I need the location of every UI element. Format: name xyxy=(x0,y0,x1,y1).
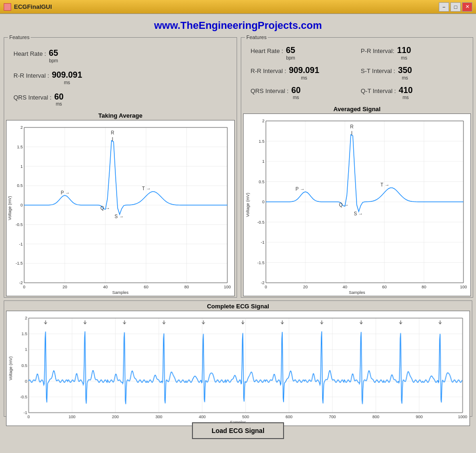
restore-button[interactable]: □ xyxy=(450,2,461,12)
right-panel: Features Heart Rate : 65 bpm P-R Interva… xyxy=(241,37,473,298)
right-qt-label: Q-T Interval : xyxy=(361,87,396,94)
right-st-row: S-T Interval : 350 ms xyxy=(361,66,463,80)
left-rr-unit: ms xyxy=(64,80,70,85)
right-pr-row: P-R Interval: 110 ms xyxy=(361,46,463,60)
right-rr-value: 909.091 xyxy=(289,66,319,75)
right-rr-unit: ms xyxy=(301,75,307,80)
title-bar: ECGFinalGUI − □ ✕ xyxy=(0,0,476,14)
minimize-button[interactable]: − xyxy=(439,2,449,12)
left-chart-title: Taking Average xyxy=(6,112,235,119)
website-title: www.TheEngineeringProjects.com xyxy=(4,18,472,34)
app-icon xyxy=(4,3,11,11)
left-qrs-value: 60 xyxy=(54,93,64,102)
right-st-value-group: 350 ms xyxy=(398,66,412,80)
right-st-value: 350 xyxy=(398,66,412,75)
right-st-label: S-T Interval : xyxy=(361,67,395,74)
right-qt-value-group: 410 ms xyxy=(399,86,413,100)
right-qrs-row: QRS Interval : 60 ms xyxy=(251,86,353,100)
right-panel-title: Features xyxy=(245,34,268,40)
right-qt-row: Q-T Interval : 410 ms xyxy=(361,86,463,100)
main-content: www.TheEngineeringProjects.com Features … xyxy=(0,14,476,453)
right-hr-value-group: 65 bpm xyxy=(286,46,295,60)
window-title: ECGFinalGUI xyxy=(14,3,52,10)
left-hr-unit: bpm xyxy=(49,58,58,63)
right-qt-value: 410 xyxy=(399,86,413,95)
right-pr-value-group: 110 ms xyxy=(397,46,411,60)
left-hr-value: 65 xyxy=(49,49,58,58)
right-hr-unit: bpm xyxy=(286,55,295,60)
left-rr-row: R-R Interval : 909.091 ms xyxy=(13,71,227,85)
right-chart-container: Averaged Signal xyxy=(243,106,471,296)
left-rr-label: R-R Interval : xyxy=(13,72,49,79)
right-pr-value: 110 xyxy=(397,46,411,55)
right-qrs-value: 60 xyxy=(291,86,301,95)
right-hr-label: Heart Rate : xyxy=(251,47,283,54)
window-controls[interactable]: − □ ✕ xyxy=(439,2,472,12)
load-ecg-button[interactable]: Load ECG Signal xyxy=(192,422,284,439)
left-chart-container: Taking Average xyxy=(6,112,235,296)
left-chart-canvas xyxy=(6,120,235,296)
left-heart-rate-row: Heart Rate : 65 bpm xyxy=(13,49,227,63)
right-hr-value: 65 xyxy=(286,46,295,55)
left-hr-label: Heart Rate : xyxy=(13,50,46,57)
right-hr-row: Heart Rate : 65 bpm xyxy=(251,46,353,60)
right-pr-unit: ms xyxy=(401,55,407,60)
load-btn-container: Load ECG Signal xyxy=(4,420,472,442)
right-rr-row: R-R Interval : 909.091 ms xyxy=(251,66,353,80)
right-chart-canvas xyxy=(243,113,471,296)
bottom-panel: Complete ECG Signal xyxy=(4,300,472,417)
right-chart-title: Averaged Signal xyxy=(243,106,471,113)
left-qrs-unit: ms xyxy=(56,101,62,107)
right-chart-wrapper xyxy=(243,113,471,296)
bottom-chart-canvas xyxy=(6,311,470,426)
right-qt-unit: ms xyxy=(403,95,409,100)
left-rr-value: 909.091 xyxy=(52,71,82,80)
left-panel-title: Features xyxy=(8,34,31,40)
right-qrs-label: QRS Interval : xyxy=(251,87,289,94)
right-features: Heart Rate : 65 bpm P-R Interval: 110 ms… xyxy=(243,40,471,104)
right-st-unit: ms xyxy=(402,75,408,80)
top-panels: Features Heart Rate : 65 bpm R-R Interva… xyxy=(4,37,472,298)
left-qrs-row: QRS Interval : 60 ms xyxy=(13,93,227,107)
left-panel: Features Heart Rate : 65 bpm R-R Interva… xyxy=(4,37,237,298)
right-qrs-value-group: 60 ms xyxy=(291,86,301,100)
left-rr-value-group: 909.091 ms xyxy=(52,71,82,85)
title-bar-left: ECGFinalGUI xyxy=(4,3,52,11)
bottom-chart-title: Complete ECG Signal xyxy=(6,303,470,310)
left-hr-value-group: 65 bpm xyxy=(49,49,58,63)
right-pr-label: P-R Interval: xyxy=(361,47,394,54)
left-chart-wrapper xyxy=(6,120,235,296)
right-rr-label: R-R Interval : xyxy=(251,67,286,74)
right-qrs-unit: ms xyxy=(293,95,299,100)
left-features: Heart Rate : 65 bpm R-R Interval : 909.0… xyxy=(6,40,235,110)
left-qrs-value-group: 60 ms xyxy=(54,93,64,107)
left-qrs-label: QRS Interval : xyxy=(13,94,52,101)
close-button[interactable]: ✕ xyxy=(462,2,472,12)
right-rr-value-group: 909.091 ms xyxy=(289,66,319,80)
